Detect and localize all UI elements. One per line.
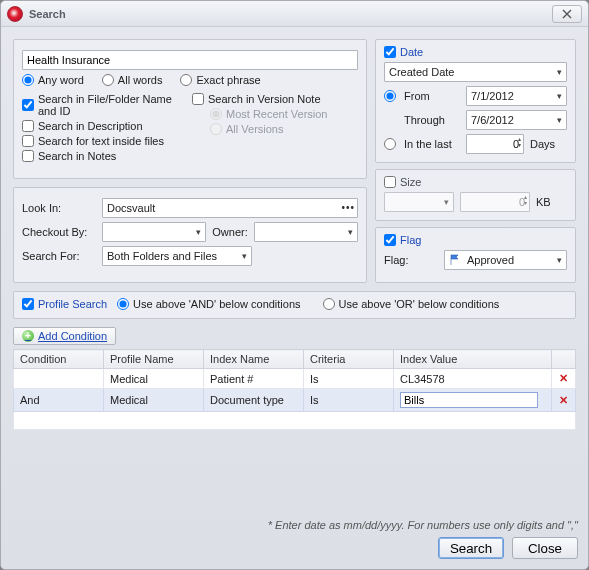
scope-version-note-checkbox[interactable]: Search in Version Note — [192, 93, 358, 105]
date-from-input[interactable]: 7/1/2012 — [466, 86, 567, 106]
search-query-input[interactable] — [22, 50, 358, 70]
match-exact-radio[interactable]: Exact phrase — [180, 74, 260, 86]
date-range-radio[interactable] — [384, 90, 396, 102]
flag-label: Flag: — [384, 254, 438, 266]
version-most-recent-radio: Most Recent Version — [210, 108, 358, 120]
close-button[interactable]: Close — [512, 537, 578, 559]
window-close-button[interactable] — [552, 5, 582, 23]
size-enable-checkbox[interactable] — [384, 176, 396, 188]
lookin-input[interactable]: Docsvault ••• — [102, 198, 358, 218]
match-all-label: All words — [118, 74, 163, 86]
flag-icon — [449, 254, 461, 266]
date-through-label: Through — [404, 114, 460, 126]
lookin-label: Look In: — [22, 202, 96, 214]
col-condition[interactable]: Condition — [14, 350, 104, 369]
match-any-label: Any word — [38, 74, 84, 86]
delete-row-button[interactable]: ✕ — [552, 369, 576, 389]
app-icon — [7, 6, 23, 22]
date-through-input[interactable]: 7/6/2012 — [466, 110, 567, 130]
delete-row-button[interactable]: ✕ — [552, 389, 576, 412]
date-enable-checkbox[interactable] — [384, 46, 396, 58]
search-dialog: Search Any word All words Exact phrase S… — [0, 0, 589, 570]
table-row[interactable]: And Medical Document type Is ✕ — [14, 389, 576, 412]
date-panel: Date Created Date From 7/1/2012 Through … — [375, 39, 576, 163]
col-value[interactable]: Index Value — [394, 350, 552, 369]
scope-notes-checkbox[interactable]: Search in Notes — [22, 150, 188, 162]
search-button[interactable]: Search — [438, 537, 504, 559]
table-row[interactable]: Medical Patient # Is CL34578 ✕ — [14, 369, 576, 389]
flag-title: Flag — [400, 234, 421, 246]
profile-and-radio[interactable]: Use above 'AND' below conditions — [117, 298, 300, 310]
match-exact-label: Exact phrase — [196, 74, 260, 86]
lookin-browse-icon[interactable]: ••• — [341, 201, 355, 215]
date-type-combo[interactable]: Created Date — [384, 62, 567, 82]
conditions-area: + Add Condition Condition Profile Name I… — [13, 327, 576, 501]
dialog-footer: * Enter date as mm/dd/yyyy. For numbers … — [1, 513, 588, 569]
owner-combo[interactable] — [254, 222, 358, 242]
profile-or-radio[interactable]: Use above 'OR' below conditions — [323, 298, 500, 310]
index-value-input[interactable] — [400, 392, 538, 408]
scope-name-id-checkbox[interactable]: Search in File/Folder Name and ID — [22, 93, 188, 117]
grid-empty-space — [14, 412, 576, 430]
searchfor-combo[interactable]: Both Folders and Files — [102, 246, 252, 266]
owner-label: Owner: — [212, 226, 247, 238]
date-from-label: From — [404, 90, 460, 102]
date-title: Date — [400, 46, 423, 58]
checkout-by-combo[interactable] — [102, 222, 206, 242]
profile-search-panel: Profile Search Use above 'AND' below con… — [13, 291, 576, 319]
version-all-radio: All Versions — [210, 123, 358, 135]
size-unit-label: KB — [536, 196, 551, 208]
size-panel: Size 0 KB — [375, 169, 576, 221]
size-op-combo — [384, 192, 454, 212]
col-index[interactable]: Index Name — [204, 350, 304, 369]
scope-fulltext-checkbox[interactable]: Search for text inside files — [22, 135, 188, 147]
conditions-grid[interactable]: Condition Profile Name Index Name Criter… — [13, 349, 576, 430]
location-panel: Look In: Docsvault ••• Checkout By: Owne… — [13, 187, 367, 284]
date-inlast-label: In the last — [404, 138, 460, 150]
searchfor-label: Search For: — [22, 250, 96, 262]
footer-hint: * Enter date as mm/dd/yyyy. For numbers … — [11, 519, 578, 531]
col-profile[interactable]: Profile Name — [104, 350, 204, 369]
index-value-cell-editing[interactable] — [394, 389, 552, 412]
titlebar[interactable]: Search — [1, 1, 588, 27]
close-icon — [562, 9, 572, 19]
col-delete — [552, 350, 576, 369]
size-title: Size — [400, 176, 421, 188]
checkout-label: Checkout By: — [22, 226, 96, 238]
profile-search-checkbox[interactable]: Profile Search — [22, 298, 107, 310]
date-inlast-radio[interactable] — [384, 138, 396, 150]
plus-icon: + — [22, 330, 34, 342]
search-criteria-panel: Any word All words Exact phrase Search i… — [13, 39, 367, 179]
window-title: Search — [29, 8, 66, 20]
scope-description-checkbox[interactable]: Search in Description — [22, 120, 188, 132]
col-criteria[interactable]: Criteria — [304, 350, 394, 369]
size-value-input: 0 — [460, 192, 530, 212]
match-any-radio[interactable]: Any word — [22, 74, 84, 86]
date-inlast-unit: Days — [530, 138, 555, 150]
flag-value-combo[interactable]: Approved — [444, 250, 567, 270]
flag-enable-checkbox[interactable] — [384, 234, 396, 246]
right-column: Date Created Date From 7/1/2012 Through … — [375, 39, 576, 283]
flag-panel: Flag Flag: Approved — [375, 227, 576, 283]
date-inlast-value-input[interactable]: 0 — [466, 134, 524, 154]
add-condition-button[interactable]: + Add Condition — [13, 327, 116, 345]
match-all-radio[interactable]: All words — [102, 74, 163, 86]
